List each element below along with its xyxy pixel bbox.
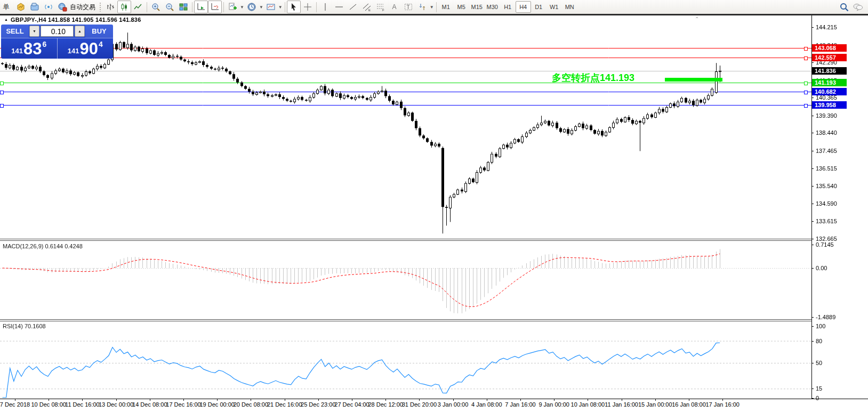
templates-dropdown-caret[interactable]: ▼ <box>278 5 283 10</box>
new-order-button[interactable]: 单 <box>0 1 14 13</box>
level-line-handle[interactable] <box>0 91 4 94</box>
new-chart-icon[interactable] <box>14 1 28 13</box>
vertical-line-icon[interactable] <box>318 1 332 13</box>
level-line-handle[interactable] <box>804 104 808 108</box>
text-icon[interactable]: A <box>388 1 401 13</box>
price-tick-dash <box>811 133 814 133</box>
time-axis-label: 28 Dec 12:00 <box>368 401 403 408</box>
price-tick-dash <box>811 116 814 116</box>
signals-icon[interactable] <box>42 1 55 13</box>
volume-decrease-button[interactable]: ▼ <box>29 26 39 37</box>
price-tick-dash <box>811 27 814 28</box>
buy-button[interactable]: BUY <box>85 25 113 38</box>
crosshair-icon[interactable] <box>301 1 315 13</box>
profiles-icon[interactable] <box>28 1 42 13</box>
search-icon[interactable] <box>837 1 851 13</box>
line-chart-icon[interactable] <box>131 1 145 13</box>
arrows-icon[interactable] <box>415 1 429 13</box>
price-chart-canvas[interactable] <box>0 15 811 239</box>
buy-price[interactable]: 141 90 4 <box>58 38 114 59</box>
level-line-handle[interactable] <box>804 82 808 85</box>
volume-input[interactable]: 0.10 <box>41 26 74 37</box>
window-border <box>0 14 868 15</box>
sell-price[interactable]: 141 83 6 <box>1 38 58 59</box>
time-tick-dash <box>352 399 352 401</box>
timeframe-button-d1[interactable]: D1 <box>531 1 546 13</box>
time-axis-label: 15 Jan 00:00 <box>638 401 672 408</box>
symbol-ohlc-header: GBPJPY-,H4 141.858 141.905 141.596 141.8… <box>11 17 141 23</box>
templates-icon[interactable] <box>264 1 278 13</box>
time-tick-dash <box>453 399 454 401</box>
buy-price-prefix: 141 <box>68 47 79 55</box>
rsi-tick-label: 50 <box>816 360 822 366</box>
sell-price-sup: 6 <box>42 40 46 48</box>
level-line-handle[interactable] <box>804 56 808 60</box>
indicators-dropdown-caret[interactable]: ▼ <box>240 5 244 10</box>
auto-scroll-icon[interactable] <box>194 1 208 13</box>
price-badge: 142.557 <box>812 54 847 61</box>
chart-shift-icon[interactable] <box>208 1 222 13</box>
sell-button[interactable]: SELL <box>1 25 29 38</box>
timeframe-button-m5[interactable]: M5 <box>454 1 469 13</box>
price-tick-label: 144.215 <box>816 24 837 30</box>
time-axis-label: 17 Dec 16:00 <box>166 401 200 408</box>
timeframe-button-m1[interactable]: M1 <box>438 1 454 13</box>
level-line-handle[interactable] <box>804 47 808 51</box>
autotrading-label[interactable]: 自动交易 <box>70 3 95 12</box>
chat-icon[interactable] <box>851 1 865 13</box>
rsi-tick-label: 80 <box>816 338 822 344</box>
arrows-dropdown-caret[interactable]: ▼ <box>430 5 434 10</box>
level-line-handle[interactable] <box>0 104 4 108</box>
timeframe-button-h4[interactable]: H4 <box>516 1 531 13</box>
timeframe-button-w1[interactable]: W1 <box>546 1 562 13</box>
one-click-trading-panel: SELL ▼ 0.10 ▲ BUY 141 83 6 141 90 4 <box>1 25 113 59</box>
macd-tick-label: -1.4889 <box>816 314 835 320</box>
text-label-icon[interactable]: T <box>401 1 415 13</box>
rsi-tick-label: 15 <box>816 385 822 392</box>
candlestick-chart-icon[interactable] <box>117 1 131 13</box>
time-axis-label: 27 Dec 04:00 <box>334 401 369 408</box>
level-line-handle[interactable] <box>804 91 808 94</box>
cursor-icon[interactable] <box>287 1 301 13</box>
bar-chart-icon[interactable] <box>103 1 117 13</box>
periods-icon[interactable] <box>245 1 259 13</box>
trendline-icon[interactable] <box>346 1 360 13</box>
timeframe-button-m30[interactable]: M30 <box>485 1 500 13</box>
chart-shift-marker[interactable]: ⌃ <box>695 16 699 22</box>
periods-dropdown-caret[interactable]: ▼ <box>259 5 263 10</box>
price-tick-label: 135.540 <box>816 183 837 189</box>
macd-pane-splitter[interactable] <box>0 239 811 241</box>
time-tick-dash <box>150 399 150 401</box>
autotrading-icon[interactable] <box>55 1 69 13</box>
equidistant-channel-icon[interactable]: E <box>360 1 374 13</box>
timeframe-button-mn[interactable]: MN <box>562 1 577 13</box>
time-tick-dash <box>183 399 184 401</box>
zoom-out-icon[interactable] <box>163 1 176 13</box>
pivot-highlight-bar[interactable] <box>665 78 722 82</box>
macd-pane-canvas[interactable] <box>0 241 811 319</box>
price-tick-dash <box>811 239 814 239</box>
pivot-annotation-text[interactable]: 多空转折点141.193 <box>552 71 634 84</box>
time-tick-dash <box>554 399 554 401</box>
mt4-window: 单 自动交易 ▼ ▼ ▼ E F A T ▼ <box>0 0 868 413</box>
horizontal-line-icon[interactable] <box>332 1 346 13</box>
zoom-in-icon[interactable] <box>149 1 163 13</box>
volume-increase-button[interactable]: ▲ <box>75 26 85 37</box>
toolbar: 单 自动交易 ▼ ▼ ▼ E F A T ▼ <box>0 0 868 14</box>
time-tick-dash <box>49 399 49 401</box>
rsi-pane-splitter[interactable] <box>0 319 811 321</box>
timeframe-button-h1[interactable]: H1 <box>500 1 516 13</box>
level-line-handle[interactable] <box>0 82 4 85</box>
indicators-icon[interactable] <box>226 1 239 13</box>
one-click-collapse-icon[interactable]: ▲ <box>4 18 8 21</box>
time-tick-dash <box>622 399 622 401</box>
rsi-tick-label: 0 <box>816 395 819 401</box>
rsi-pane-canvas[interactable] <box>0 321 811 399</box>
fibonacci-icon[interactable]: F <box>374 1 388 13</box>
toolbar-drag-handle[interactable] <box>99 2 102 12</box>
time-axis-label: 31 Dec 20:00 <box>402 401 437 408</box>
timeframe-button-m15[interactable]: M15 <box>469 1 485 13</box>
time-axis-label: 25 Dec 23:00 <box>301 401 335 408</box>
rsi-tick-dash <box>811 363 814 363</box>
tile-windows-icon[interactable] <box>176 1 190 13</box>
